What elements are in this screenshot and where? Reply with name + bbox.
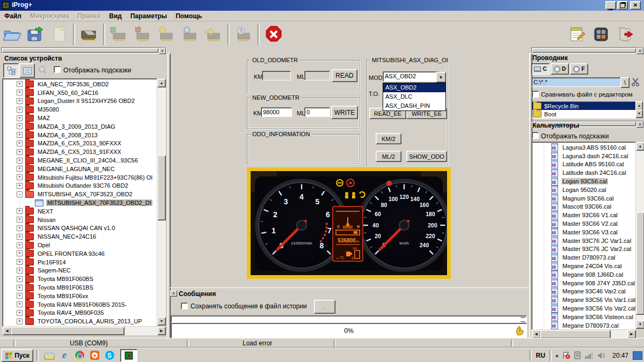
scroll-down-icon[interactable]: ▼ [635,109,643,118]
drive-button-c[interactable]: C [531,63,550,75]
file-list-scrollbar[interactable]: ▲ ▼ [635,101,643,117]
scroll-thumb[interactable] [636,212,644,315]
expand-icon[interactable]: + [17,276,23,282]
expand-icon[interactable]: + [17,293,23,299]
expand-icon[interactable]: + [17,107,23,113]
scroll-left-icon[interactable]: ◀ [532,330,540,338]
calculator-item[interactable]: Laguna3 ABS 95160.cal [532,143,636,152]
stop-button[interactable] [262,23,286,46]
calculator-item[interactable]: Megane D780973.cal [532,321,636,330]
mode-dropdown-list[interactable]: ASX_OBD2ASX_DLCASX_DASH_PIN [383,83,446,111]
device-tree-hscrollbar[interactable]: ◀ ▶ [2,326,166,336]
expand-icon[interactable]: + [17,98,23,104]
calc-hints-checkbox[interactable] [532,132,539,139]
expand-icon[interactable]: + [17,141,23,146]
calculator-button[interactable] [589,23,613,46]
action-center-icon[interactable] [562,351,570,359]
calculator-item[interactable]: Latitude dash 24C16.cal [532,168,636,177]
exit-button[interactable] [613,23,636,46]
combobox-dropdown-button[interactable]: ▼ [436,72,446,83]
volume-icon[interactable] [597,352,606,359]
calculator-item[interactable]: Laguna3 dash 24C16.cal [532,152,636,160]
scissors-icon[interactable] [631,77,640,86]
dropdown-option[interactable]: ASX_DASH_PIN [383,101,445,110]
dropdown-option[interactable]: ASX_OBD2 [383,83,445,92]
save-history-checkbox[interactable] [181,302,188,309]
expand-icon[interactable]: + [17,242,23,248]
chip-select-button[interactable] [77,23,101,46]
task-iprog[interactable] [120,349,137,362]
calculator-item[interactable]: Logan 95020.cal [532,186,636,194]
file-item[interactable]: Boot [532,110,636,118]
old-ml-field[interactable] [304,71,330,80]
expand-icon[interactable]: + [17,250,23,256]
save-file-button[interactable] [24,23,47,46]
calculator-item[interactable]: Magnum 93C66.cal [532,194,636,203]
minimize-button[interactable]: ▁ [605,1,616,10]
drive-button-f[interactable]: F [570,63,588,75]
device-tree-item[interactable]: −MITSUBISHI_ASX_70F3523_OBD2 [3,190,157,198]
scroll-up-icon[interactable]: ▲ [157,79,166,87]
skype-icon[interactable]: S [104,350,115,361]
calculator-item[interactable]: Megane 908 J74Y J35D.cal [532,279,636,287]
calculator-item[interactable]: Megane 93C56 Vis Var2.cal [532,304,636,313]
calculator-item[interactable]: Megane 93C46 Var2.cal [532,287,636,296]
scroll-thumb[interactable] [540,330,611,338]
desktop-icon[interactable] [43,350,55,361]
expand-icon[interactable]: + [17,301,23,307]
menu-item[interactable]: Файл [0,11,26,21]
media-player-icon[interactable] [89,350,100,361]
start-button[interactable]: Пуск [1,349,33,362]
scroll-up-icon[interactable]: ▲ [635,101,643,110]
calculator-item[interactable]: Megane 93C66 Visteon.cal [532,313,636,321]
restore-button[interactable] [617,1,628,10]
old-km-field[interactable] [262,71,291,80]
network-signal-icon[interactable] [584,352,594,359]
more-button[interactable]: ... [314,300,335,314]
notes-button[interactable] [566,23,589,46]
calculator-item[interactable]: Latitude ABS 95160.cal [532,160,636,169]
mode-combobox[interactable]: ASX_OBD2 ▼ [383,71,446,82]
hints-checkbox[interactable] [54,66,61,73]
expand-icon[interactable]: + [17,285,23,291]
write-button[interactable]: WRITE [331,106,358,119]
calculator-item[interactable]: Master 93C76 JC Var1.cal [532,237,636,245]
expand-icon[interactable]: + [17,268,23,274]
show-desktop-button[interactable] [633,351,642,360]
chrome-icon[interactable] [74,350,85,361]
calculator-item[interactable]: Master D780973.cal [532,253,636,262]
internet-explorer-icon[interactable]: e [58,350,70,361]
open-file-button[interactable] [0,23,24,46]
calculators-vscrollbar[interactable]: ▲ ▼ [635,142,644,329]
ml2-button[interactable]: ML/2 [376,151,401,162]
scroll-thumb[interactable] [157,155,166,220]
list-view-button[interactable] [19,63,35,78]
expand-icon[interactable]: + [17,123,23,129]
calculator-item[interactable]: Mascott 93C66.cal [532,203,636,211]
expand-icon[interactable]: + [17,132,23,138]
drive-button-d[interactable]: D [551,63,569,75]
close-button[interactable]: ✕ [630,1,641,10]
dropdown-option[interactable]: ASX_DLC [383,92,445,101]
resize-grip-icon[interactable] [521,317,525,322]
calculator-item[interactable]: Master 93C76 JC Var2.cal [532,245,636,254]
expand-icon[interactable]: + [17,149,23,155]
calculator-item[interactable]: Master 93C66 V3.cal [532,228,636,237]
device-tray-icon[interactable] [574,351,581,359]
expand-icon[interactable]: + [17,217,23,223]
language-indicator[interactable]: RU [536,352,545,359]
close-icon[interactable]: x [170,290,177,297]
read-button[interactable]: READ [332,69,357,82]
expand-icon[interactable]: + [17,319,23,324]
calculator-item[interactable]: Megane 24C04 Vis.cal [532,262,636,270]
expand-icon[interactable]: + [17,166,23,172]
close-icon[interactable]: x [636,121,643,128]
new-km-field[interactable] [261,107,292,117]
menu-item[interactable]: Параметры [126,11,171,21]
file-item[interactable]: $Recycle.Bin [532,102,636,110]
scroll-thumb[interactable] [11,327,125,335]
compare-checkbox[interactable] [532,91,539,98]
menu-item[interactable]: Помощь [171,11,206,21]
expand-icon[interactable]: + [17,158,23,164]
scroll-down-icon[interactable]: ▼ [157,317,166,326]
